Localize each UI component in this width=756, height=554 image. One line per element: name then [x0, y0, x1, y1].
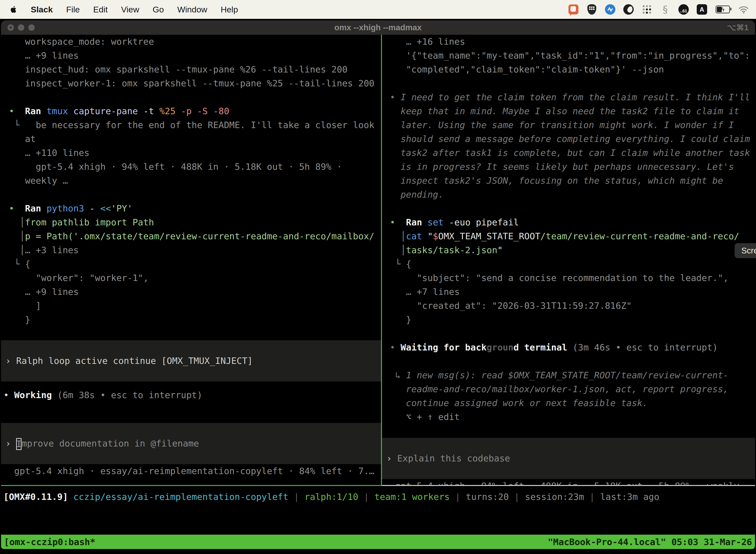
terminal-line: } [1, 313, 381, 327]
text-segment: continue assigned work or next feasible … [384, 398, 648, 408]
battery-icon[interactable]: ϟ [715, 4, 731, 15]
text-segment: | [514, 492, 525, 502]
menu-item-edit[interactable]: Edit [93, 5, 108, 14]
terminal-line: readme-and-reco/mailbox/worker-1.json, a… [382, 382, 755, 396]
tmux-session-name: [omx-cczip0:bash* [4, 537, 95, 547]
crescent-icon[interactable] [623, 4, 634, 15]
working-status-line: • Working (6m 38s • esc to interrupt) [1, 388, 381, 402]
badge-61-icon[interactable]: ..61 [678, 4, 689, 15]
terminal-line: • Ran set -euo pipefail [382, 215, 755, 229]
dots-grid-icon[interactable] [641, 4, 652, 15]
terminal-line: • Waiting for background terminal (3m 46… [382, 340, 755, 354]
terminal-line: └ { [1, 257, 381, 271]
terminal-line [382, 202, 755, 215]
terminal-line: gpt-5.4 xhigh · 94% left · 488K in · 5.1… [1, 160, 381, 174]
terminal-line: inspect_worker-1: omx sparkshell --tmux-… [1, 76, 381, 90]
text-segment: -euo pipefail [449, 217, 519, 227]
terminal-line: at [1, 132, 381, 146]
window-shortcut-hint: ⌥⌘1 [727, 23, 749, 32]
text-segment: - [89, 203, 100, 214]
text-segment: › [386, 453, 397, 463]
prompt-input-right[interactable]: › Explain this codebase [382, 438, 755, 479]
terminal-line: later. Using the same for transition mig… [382, 118, 755, 132]
terminal-line: │tasks/task-2.json" [382, 243, 755, 257]
text-segment: "created_at": "2026-03-31T11:59:27.816Z" [384, 300, 632, 311]
terminal-line: … +7 lines [382, 285, 755, 299]
text-segment: %25 [160, 106, 181, 116]
terminal-line: │cat "$OMX_TEAM_STATE_ROOT/team/review-c… [382, 229, 755, 243]
text-segment: '{"team_name":"my-team","task_id":"1","f… [384, 50, 750, 61]
terminal-line: weekly … [1, 174, 381, 188]
text-segment: python3 [46, 203, 89, 214]
text-segment: ralph:1/10 [305, 492, 364, 502]
text-segment: | [364, 492, 374, 502]
text-segment: keep that in mind. Maybe I also need the… [384, 106, 739, 116]
prompt-input-right-text: › Explain this codebase [386, 451, 510, 465]
tmux-host-clock: "MacBook-Pro-44.local" 05:03 31-Mar-26 [548, 537, 752, 547]
text-segment: set [427, 217, 449, 227]
screen-tooltip: Scre [735, 243, 756, 258]
text-segment: 'PY' [111, 203, 133, 214]
text-segment: (6m 38s • esc to interrupt) [57, 390, 202, 400]
text-segment: … +9 lines [3, 287, 79, 297]
text-segment: turns:20 [466, 492, 514, 502]
text-segment: inspect_hud: omx sparkshell --tmux-pane … [3, 64, 348, 74]
terminal-pane-left: workspace_mode: worktree … +9 lines insp… [1, 35, 381, 486]
menu-item-help[interactable]: Help [221, 5, 238, 14]
terminal-line [382, 424, 755, 438]
text-segment: -t [143, 106, 160, 116]
text-segment: } [3, 315, 30, 325]
left-pane-status-line: gpt-5.4 xhigh · essay/ai-reimplementatio… [1, 464, 381, 478]
squiggle-icon[interactable]: § [660, 4, 671, 15]
terminal-line: • Ran python3 - <<'PY' [1, 202, 381, 215]
ralph-loop-text: › Ralph loop active continue [OMX_TMUX_I… [5, 354, 253, 368]
wifi-icon[interactable] [738, 4, 749, 15]
text-segment: at [3, 134, 36, 144]
menu-item-go[interactable]: Go [152, 5, 164, 14]
terminal-line: … +9 lines [1, 49, 381, 63]
prompt-input-left[interactable]: › Improve documentation in @filename [1, 423, 381, 464]
right-pane-status-line: gpt-5.4 xhigh · 94% left · 488K in · 5.1… [382, 479, 755, 486]
text-segment: └ { [384, 259, 411, 269]
menu-item-file[interactable]: File [66, 5, 80, 14]
text-segment: groun [487, 342, 513, 352]
text-segment: › [5, 438, 16, 448]
tmux-status-bar: [omx-cczip0:bash* "MacBook-Pro-44.local"… [1, 535, 755, 549]
text-segment: p = Path('.omx/state/team/review-current… [25, 231, 375, 241]
text-segment: "completed","claim_token":"claim-token"}… [384, 64, 664, 74]
menu-app-name[interactable]: Slack [31, 5, 53, 14]
prompt-input-left-text: › Improve documentation in @filename [5, 437, 199, 450]
text-segment: … +9 lines [3, 50, 79, 61]
chat-icon[interactable] [568, 4, 579, 15]
terminal-line: '{"team_name":"my-team","task_id":"1","f… [382, 49, 755, 63]
text-segment: └ be necessary for the end of the README… [3, 120, 375, 130]
text-segment: " [497, 245, 503, 255]
terminal-line: "worker": "worker-1", [1, 271, 381, 285]
text-segment: OMX_TEAM_STATE_ROOT [438, 231, 541, 241]
text-segment: task2 after task1 is complete, but can I… [384, 148, 750, 158]
input-source-icon[interactable]: A [696, 4, 707, 15]
blue-badge-icon[interactable] [605, 4, 616, 15]
menu-item-window[interactable]: Window [177, 5, 207, 14]
text-segment: $ [433, 231, 438, 241]
terminal-line [382, 76, 755, 90]
terminal-pane-right: … +16 lines '{"team_name":"my-team","tas… [382, 35, 755, 486]
text-segment: capture-pane [73, 106, 143, 116]
text-segment: • [3, 106, 25, 116]
text-segment: I need to get the claim token from the c… [400, 92, 750, 102]
terminal-line: "subject": "send a concise recommendatio… [382, 271, 755, 285]
terminal-line: keep that in mind. Maybe I also need the… [382, 104, 755, 118]
text-segment: Ran [25, 203, 47, 214]
text-segment: │ [384, 245, 406, 255]
text-segment: later. Using the same for transition mig… [384, 120, 734, 130]
text-segment: "worker": "worker-1", [3, 273, 148, 283]
text-segment: weekly … [3, 175, 68, 186]
text-segment: [OMX#0.11.9] [3, 492, 73, 502]
menu-item-view[interactable]: View [121, 5, 139, 14]
text-segment: gpt-5.4 xhigh · 94% left · 488K in · 5.1… [3, 162, 342, 172]
terminal-line: … +110 lines [1, 146, 381, 160]
text-segment: is in progress? It seems likely but perh… [384, 162, 734, 172]
right-pane-output: … +16 lines '{"team_name":"my-team","tas… [382, 35, 755, 438]
shield-icon[interactable] [586, 4, 597, 15]
apple-menu-icon[interactable] [10, 5, 17, 14]
